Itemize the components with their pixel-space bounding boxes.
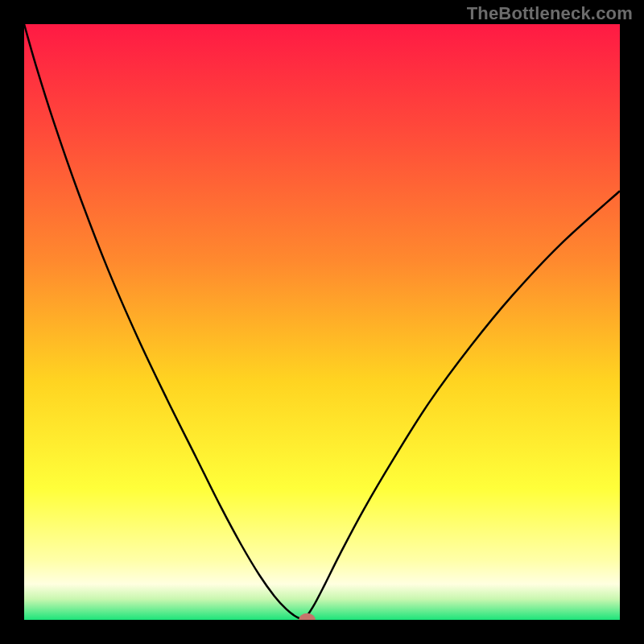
bottleneck-plot [24,24,620,620]
brand-watermark: TheBottleneck.com [467,3,633,24]
gradient-background [24,24,620,620]
chart-frame: TheBottleneck.com [0,0,644,644]
